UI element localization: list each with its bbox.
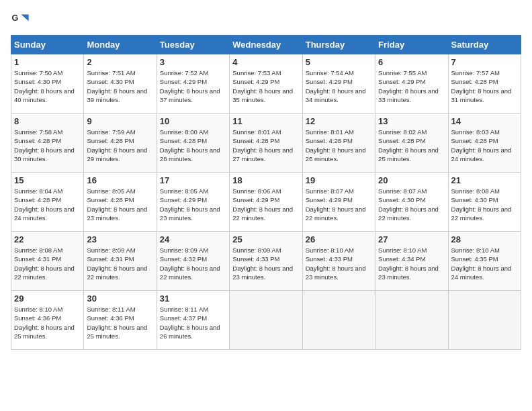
cell-details: Sunrise: 8:09 AMSunset: 4:32 PMDaylight:… <box>160 246 226 281</box>
cell-details: Sunrise: 8:10 AMSunset: 4:33 PMDaylight:… <box>306 246 372 281</box>
svg-marker-1 <box>21 15 28 21</box>
day-number: 29 <box>14 293 81 304</box>
table-row: 22Sunrise: 8:08 AMSunset: 4:31 PMDayligh… <box>11 232 84 291</box>
day-number: 10 <box>160 116 226 126</box>
cell-details: Sunrise: 8:10 AMSunset: 4:36 PMDaylight:… <box>14 305 81 340</box>
cell-details: Sunrise: 7:57 AMSunset: 4:28 PMDaylight:… <box>451 68 518 104</box>
day-number: 20 <box>378 175 445 185</box>
table-row: 12Sunrise: 8:01 AMSunset: 4:28 PMDayligh… <box>302 113 375 173</box>
day-number: 17 <box>160 175 226 185</box>
day-number: 31 <box>160 293 226 304</box>
table-row: 2Sunrise: 7:51 AMSunset: 4:30 PMDaylight… <box>84 54 157 113</box>
cell-details: Sunrise: 8:03 AMSunset: 4:28 PMDaylight:… <box>451 128 518 163</box>
cell-details: Sunrise: 7:52 AMSunset: 4:29 PMDaylight:… <box>160 68 226 104</box>
day-number: 26 <box>306 234 372 244</box>
cell-details: Sunrise: 8:08 AMSunset: 4:31 PMDaylight:… <box>14 246 81 281</box>
cell-details: Sunrise: 8:06 AMSunset: 4:29 PMDaylight:… <box>232 187 299 222</box>
table-row: 26Sunrise: 8:10 AMSunset: 4:33 PMDayligh… <box>302 232 375 291</box>
table-row: 27Sunrise: 8:10 AMSunset: 4:34 PMDayligh… <box>375 232 448 291</box>
cell-details: Sunrise: 8:11 AMSunset: 4:37 PMDaylight:… <box>160 305 226 340</box>
day-number: 11 <box>232 116 299 126</box>
calendar-table: SundayMondayTuesdayWednesdayThursdayFrid… <box>11 35 521 350</box>
cell-details: Sunrise: 8:10 AMSunset: 4:35 PMDaylight:… <box>451 246 518 281</box>
day-number: 19 <box>306 175 372 185</box>
day-number: 21 <box>451 175 518 185</box>
table-row: 6Sunrise: 7:55 AMSunset: 4:29 PMDaylight… <box>375 54 448 113</box>
table-row: 28Sunrise: 8:10 AMSunset: 4:35 PMDayligh… <box>448 232 521 291</box>
cell-details: Sunrise: 8:11 AMSunset: 4:36 PMDaylight:… <box>87 305 153 340</box>
cell-details: Sunrise: 7:50 AMSunset: 4:30 PMDaylight:… <box>14 68 81 104</box>
cell-details: Sunrise: 8:02 AMSunset: 4:28 PMDaylight:… <box>378 128 445 163</box>
col-header-tuesday: Tuesday <box>157 36 229 54</box>
table-row: 16Sunrise: 8:05 AMSunset: 4:28 PMDayligh… <box>84 173 157 232</box>
table-row: 7Sunrise: 7:57 AMSunset: 4:28 PMDaylight… <box>448 54 521 113</box>
cell-details: Sunrise: 8:05 AMSunset: 4:28 PMDaylight:… <box>87 187 153 222</box>
page-header: G <box>11 11 521 30</box>
calendar-week-row: 15Sunrise: 8:04 AMSunset: 4:28 PMDayligh… <box>11 173 521 232</box>
table-row: 9Sunrise: 7:59 AMSunset: 4:28 PMDaylight… <box>84 113 157 173</box>
cell-details: Sunrise: 8:10 AMSunset: 4:34 PMDaylight:… <box>378 246 445 281</box>
table-row: 1Sunrise: 7:50 AMSunset: 4:30 PMDaylight… <box>11 54 84 113</box>
table-row: 13Sunrise: 8:02 AMSunset: 4:28 PMDayligh… <box>375 113 448 173</box>
table-row: 17Sunrise: 8:05 AMSunset: 4:29 PMDayligh… <box>157 173 229 232</box>
logo: G <box>11 11 32 30</box>
cell-details: Sunrise: 7:59 AMSunset: 4:28 PMDaylight:… <box>87 128 153 163</box>
day-number: 15 <box>14 175 81 185</box>
col-header-thursday: Thursday <box>302 36 375 54</box>
col-header-saturday: Saturday <box>448 36 521 54</box>
day-number: 3 <box>160 57 226 67</box>
col-header-wednesday: Wednesday <box>230 36 302 54</box>
table-row: 5Sunrise: 7:54 AMSunset: 4:29 PMDaylight… <box>302 54 375 113</box>
day-number: 8 <box>14 116 81 126</box>
cell-details: Sunrise: 8:09 AMSunset: 4:31 PMDaylight:… <box>87 246 153 281</box>
day-number: 22 <box>14 234 81 244</box>
day-number: 13 <box>378 116 445 126</box>
day-number: 6 <box>378 57 445 67</box>
cell-details: Sunrise: 8:05 AMSunset: 4:29 PMDaylight:… <box>160 187 226 222</box>
cell-details: Sunrise: 7:51 AMSunset: 4:30 PMDaylight:… <box>87 68 153 104</box>
cell-details: Sunrise: 8:08 AMSunset: 4:30 PMDaylight:… <box>451 187 518 222</box>
table-row: 10Sunrise: 8:00 AMSunset: 4:28 PMDayligh… <box>157 113 229 173</box>
logo-icon: G <box>11 11 30 30</box>
col-header-friday: Friday <box>375 36 448 54</box>
cell-details: Sunrise: 8:01 AMSunset: 4:28 PMDaylight:… <box>232 128 299 163</box>
cell-details: Sunrise: 7:55 AMSunset: 4:29 PMDaylight:… <box>378 68 445 104</box>
table-row: 11Sunrise: 8:01 AMSunset: 4:28 PMDayligh… <box>230 113 302 173</box>
table-row: 30Sunrise: 8:11 AMSunset: 4:36 PMDayligh… <box>84 291 157 350</box>
table-row: 15Sunrise: 8:04 AMSunset: 4:28 PMDayligh… <box>11 173 84 232</box>
day-number: 27 <box>378 234 445 244</box>
cell-details: Sunrise: 7:58 AMSunset: 4:28 PMDaylight:… <box>14 128 81 163</box>
table-row: 4Sunrise: 7:53 AMSunset: 4:29 PMDaylight… <box>230 54 302 113</box>
table-row: 14Sunrise: 8:03 AMSunset: 4:28 PMDayligh… <box>448 113 521 173</box>
table-row: 23Sunrise: 8:09 AMSunset: 4:31 PMDayligh… <box>84 232 157 291</box>
table-row <box>230 291 302 350</box>
day-number: 28 <box>451 234 518 244</box>
table-row <box>448 291 521 350</box>
calendar-header-row: SundayMondayTuesdayWednesdayThursdayFrid… <box>11 36 521 54</box>
day-number: 9 <box>87 116 153 126</box>
cell-details: Sunrise: 8:00 AMSunset: 4:28 PMDaylight:… <box>160 128 226 163</box>
day-number: 5 <box>306 57 372 67</box>
table-row: 18Sunrise: 8:06 AMSunset: 4:29 PMDayligh… <box>230 173 302 232</box>
day-number: 1 <box>14 57 81 67</box>
table-row: 24Sunrise: 8:09 AMSunset: 4:32 PMDayligh… <box>157 232 229 291</box>
table-row: 21Sunrise: 8:08 AMSunset: 4:30 PMDayligh… <box>448 173 521 232</box>
day-number: 12 <box>306 116 372 126</box>
calendar-week-row: 1Sunrise: 7:50 AMSunset: 4:30 PMDaylight… <box>11 54 521 113</box>
calendar-week-row: 29Sunrise: 8:10 AMSunset: 4:36 PMDayligh… <box>11 291 521 350</box>
col-header-monday: Monday <box>84 36 157 54</box>
table-row: 31Sunrise: 8:11 AMSunset: 4:37 PMDayligh… <box>157 291 229 350</box>
svg-text:G: G <box>11 13 18 23</box>
day-number: 25 <box>232 234 299 244</box>
table-row: 25Sunrise: 8:09 AMSunset: 4:33 PMDayligh… <box>230 232 302 291</box>
cell-details: Sunrise: 7:54 AMSunset: 4:29 PMDaylight:… <box>306 68 372 104</box>
day-number: 23 <box>87 234 153 244</box>
table-row: 19Sunrise: 8:07 AMSunset: 4:29 PMDayligh… <box>302 173 375 232</box>
col-header-sunday: Sunday <box>11 36 84 54</box>
day-number: 4 <box>232 57 299 67</box>
day-number: 2 <box>87 57 153 67</box>
calendar-week-row: 8Sunrise: 7:58 AMSunset: 4:28 PMDaylight… <box>11 113 521 173</box>
cell-details: Sunrise: 8:04 AMSunset: 4:28 PMDaylight:… <box>14 187 81 222</box>
cell-details: Sunrise: 8:09 AMSunset: 4:33 PMDaylight:… <box>232 246 299 281</box>
cell-details: Sunrise: 7:53 AMSunset: 4:29 PMDaylight:… <box>232 68 299 104</box>
